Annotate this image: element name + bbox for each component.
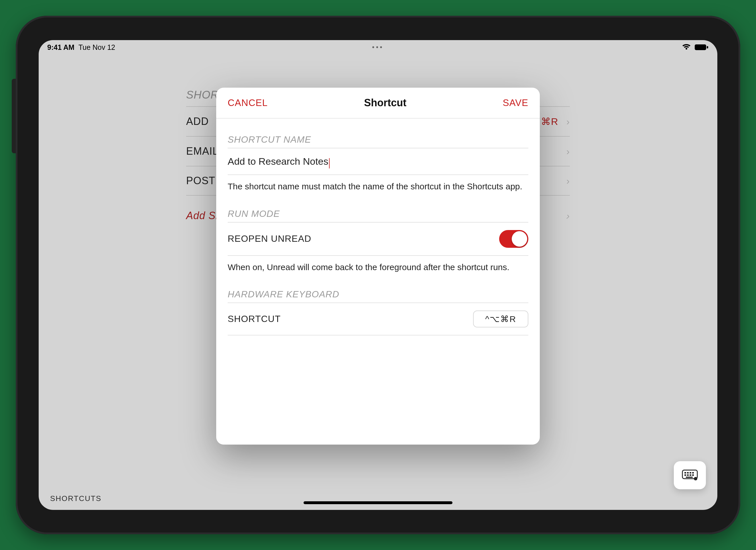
save-button[interactable]: SAVE	[503, 97, 528, 108]
hardware-shortcut-label: SHORTCUT	[228, 314, 281, 324]
home-indicator[interactable]	[304, 501, 452, 504]
svg-rect-6	[692, 472, 694, 474]
svg-rect-7	[684, 474, 686, 476]
hardware-shortcut-row: SHORTCUT ^⌥⌘R	[228, 303, 528, 336]
modal-header: CANCEL Shortcut SAVE	[216, 88, 540, 119]
svg-point-12	[694, 477, 697, 480]
section-run-mode: RUN MODE	[228, 208, 528, 219]
modal-title: Shortcut	[364, 97, 406, 109]
footer-breadcrumb[interactable]: SHORTCUTS	[50, 494, 101, 503]
shortcut-modal: CANCEL Shortcut SAVE SHORTCUT NAME The s…	[216, 88, 540, 445]
section-shortcut-name: SHORTCUT NAME	[228, 134, 528, 145]
svg-rect-9	[690, 474, 691, 476]
text-caret	[329, 158, 330, 168]
svg-rect-3	[684, 472, 686, 474]
svg-rect-8	[687, 474, 689, 476]
svg-rect-5	[690, 472, 691, 474]
reopen-unread-help: When on, Unread will come back to the fo…	[228, 256, 528, 273]
shortcut-name-input[interactable]	[228, 156, 330, 167]
svg-rect-11	[686, 477, 693, 478]
shortcut-name-row[interactable]	[228, 148, 528, 175]
reopen-unread-row: REOPEN UNREAD	[228, 222, 528, 256]
ipad-frame: 9:41 AM Tue Nov 12 ••• SHORTCUTS ADD ⌘R	[16, 16, 740, 534]
section-hardware-keyboard: HARDWARE KEYBOARD	[228, 289, 528, 300]
toggle-knob	[512, 231, 527, 246]
keyboard-icon	[682, 469, 698, 482]
keyboard-button[interactable]	[674, 461, 706, 489]
svg-rect-4	[687, 472, 689, 474]
modal-body: SHORTCUT NAME The shortcut name must mat…	[216, 119, 540, 445]
shortcut-name-help: The shortcut name must match the name of…	[228, 175, 528, 193]
hardware-shortcut-field[interactable]: ^⌥⌘R	[473, 311, 528, 328]
cancel-button[interactable]: CANCEL	[228, 97, 268, 108]
reopen-unread-label: REOPEN UNREAD	[228, 233, 311, 244]
svg-rect-10	[692, 474, 694, 476]
screen: 9:41 AM Tue Nov 12 ••• SHORTCUTS ADD ⌘R	[39, 40, 717, 510]
reopen-unread-toggle[interactable]	[499, 230, 528, 248]
